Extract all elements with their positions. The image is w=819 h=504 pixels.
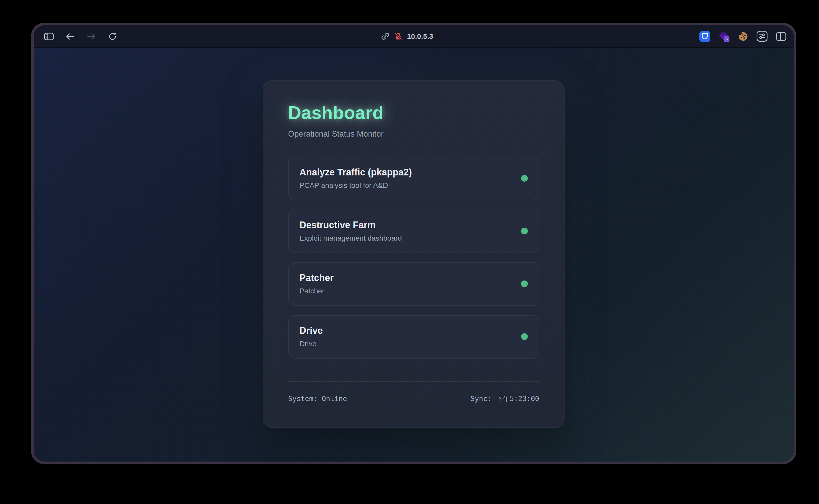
- service-card-drive[interactable]: Drive Drive: [288, 315, 539, 358]
- panel-footer: System: Online Sync: 下午5:23:00: [288, 394, 539, 404]
- service-name: Drive: [299, 325, 323, 337]
- purple-diamond-extension-icon[interactable]: 5: [718, 31, 729, 42]
- cookie-extension-icon[interactable]: [737, 31, 749, 42]
- service-description: Drive: [299, 339, 323, 348]
- link-chain-icon[interactable]: [381, 31, 389, 42]
- status-dot-online: [521, 333, 528, 340]
- address-bar[interactable]: 10.0.5.3: [381, 25, 433, 47]
- service-name: Patcher: [299, 273, 334, 284]
- forward-icon: [85, 31, 97, 42]
- status-dot-online: [521, 280, 528, 287]
- status-dot-online: [521, 175, 528, 182]
- page-background: Dashboard Operational Status Monitor Ana…: [34, 48, 794, 462]
- status-dot-online: [521, 228, 528, 234]
- extension-icons: 5: [699, 25, 787, 47]
- service-card-destructive-farm[interactable]: Destructive Farm Exploit management dash…: [288, 209, 539, 253]
- insecure-lock-icon: [394, 31, 402, 42]
- service-list: Analyze Traffic (pkappa2) PCAP analysis …: [288, 157, 539, 358]
- browser-toolbar: 10.0.5.3 5: [34, 25, 794, 48]
- nav-controls: [43, 25, 118, 47]
- service-description: Patcher: [299, 287, 334, 295]
- back-icon[interactable]: [64, 31, 76, 42]
- page-subtitle: Operational Status Monitor: [288, 129, 539, 138]
- extension-settings-icon[interactable]: [756, 31, 768, 42]
- split-view-icon[interactable]: [776, 31, 787, 42]
- service-name: Analyze Traffic (pkappa2): [299, 167, 412, 178]
- extension-badge: 5: [724, 36, 729, 42]
- password-shield-extension-icon[interactable]: [699, 31, 710, 42]
- footer-divider: [288, 381, 539, 382]
- service-card-pkappa2[interactable]: Analyze Traffic (pkappa2) PCAP analysis …: [288, 157, 539, 200]
- system-status-text: System: Online: [288, 394, 347, 404]
- service-description: Exploit management dashboard: [299, 234, 402, 242]
- service-description: PCAP analysis tool for A&D: [299, 181, 412, 189]
- page-title: Dashboard: [288, 103, 539, 123]
- browser-window: 10.0.5.3 5: [31, 23, 796, 464]
- dashboard-panel: Dashboard Operational Status Monitor Ana…: [263, 80, 565, 428]
- reload-icon[interactable]: [107, 31, 118, 42]
- service-card-patcher[interactable]: Patcher Patcher: [288, 262, 539, 306]
- sync-time-text: Sync: 下午5:23:00: [471, 394, 539, 404]
- sidebar-toggle-icon[interactable]: [43, 31, 54, 42]
- screen: 10.0.5.3 5: [0, 0, 819, 504]
- service-name: Destructive Farm: [299, 220, 402, 231]
- url-text[interactable]: 10.0.5.3: [407, 32, 433, 40]
